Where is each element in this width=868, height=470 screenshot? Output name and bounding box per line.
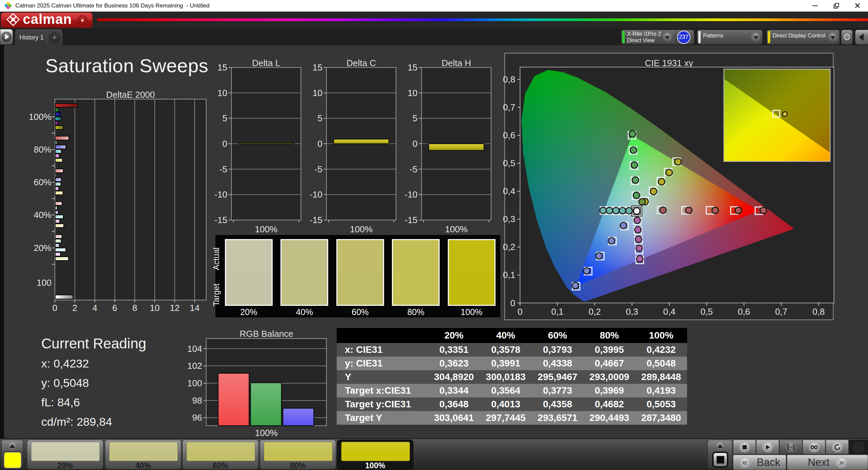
swatch-100% xyxy=(448,239,496,306)
table-cell: 0,5053 xyxy=(635,397,687,411)
swatch-label: 20% xyxy=(225,307,273,317)
calman-menu-button[interactable]: calman ▼ xyxy=(1,12,93,28)
table-cell: 0,4667 xyxy=(583,357,635,370)
target-swatch xyxy=(226,272,272,305)
deltae-bar-red-80% xyxy=(55,136,69,140)
cie-measured-cyan xyxy=(619,207,626,214)
deltae-bar-blue-80% xyxy=(55,145,66,149)
cie-measured-blue xyxy=(572,282,579,289)
axis-label: 96 xyxy=(192,412,202,423)
deltae-bar-blue-60% xyxy=(55,178,61,182)
meter-count-badge[interactable]: 237 xyxy=(677,31,690,44)
session-play-button[interactable] xyxy=(0,29,13,45)
swatch-label: 60% xyxy=(336,307,384,317)
table-col-80%: 80% xyxy=(583,328,635,343)
deltae-bar-cyan-100% xyxy=(55,117,61,121)
patterns-dropdown[interactable]: Patterns xyxy=(697,30,763,45)
row-label: Target x:CIE31 xyxy=(337,384,428,397)
close-button[interactable]: ✕ xyxy=(847,0,868,12)
swatch-20% xyxy=(225,239,273,306)
table-cell: 0,3648 xyxy=(428,397,480,411)
tab-history-1[interactable]: History 1 xyxy=(16,30,48,45)
rgb-balance-chart: 1041021009896100% xyxy=(182,335,341,438)
table-cell: 289,8448 xyxy=(635,370,687,384)
next-button[interactable]: Next » xyxy=(787,455,868,470)
meter-mode: Direct View xyxy=(627,37,661,44)
single-measure-button[interactable] xyxy=(779,440,802,454)
stop-icon xyxy=(717,456,724,464)
display-control-label: Direct Display Control xyxy=(773,32,826,39)
cie-measured-blue xyxy=(608,237,615,244)
deltae-bar-red-60% xyxy=(55,169,63,173)
add-tab-button[interactable]: + xyxy=(49,32,60,43)
title-bar: Calman 2025 Calman Ultimate for Business… xyxy=(0,0,868,12)
cie-measured-red xyxy=(735,207,742,214)
cie-measured-green xyxy=(630,147,637,153)
cie-measured-red xyxy=(685,207,692,214)
pattern-button-40%[interactable]: 40% xyxy=(105,440,181,469)
axis-label: 0 xyxy=(52,303,57,313)
deltae-bar-blue-40% xyxy=(55,210,58,214)
deltae-bar-cyan-60% xyxy=(55,182,61,186)
target-swatch xyxy=(281,272,327,305)
axis-label: 5 xyxy=(223,113,227,123)
meter-dropdown[interactable]: X-Rite i1Pro 2 Direct View 237 xyxy=(621,30,694,45)
play-measure-button[interactable] xyxy=(756,440,779,454)
cie-measured-yellow xyxy=(650,188,657,195)
reading-fl: fL: 84,6 xyxy=(41,396,80,409)
minimize-button[interactable] xyxy=(805,0,826,12)
picker-expand-button[interactable] xyxy=(7,441,17,451)
pattern-button-100%[interactable]: 100% xyxy=(337,440,413,469)
deltae-bar-green-60% xyxy=(55,173,57,177)
axis-label: 10 xyxy=(408,88,417,98)
axis-label: 10 xyxy=(217,88,227,98)
actual-row-label: Actual xyxy=(212,248,221,270)
axis-label: 80% xyxy=(34,144,51,155)
axis-label: 40% xyxy=(34,210,51,220)
session-expand-button[interactable] xyxy=(715,441,725,451)
collapse-toolbar-button[interactable] xyxy=(855,30,868,45)
loop-measure-button[interactable] xyxy=(826,440,849,454)
deltae-bar-blue-100% xyxy=(55,112,61,116)
delta_c-bar xyxy=(334,139,389,144)
actual-swatch xyxy=(449,240,494,272)
pattern-label: 60% xyxy=(183,461,258,470)
calman-logo-icon xyxy=(6,13,20,27)
pattern-color-swatch[interactable] xyxy=(4,452,21,468)
patterns-dropdown-arrow-icon[interactable] xyxy=(751,32,761,42)
meter-dropdown-arrow-icon[interactable] xyxy=(663,32,672,42)
table-col-100%: 100% xyxy=(635,328,687,343)
meter-status-stripe xyxy=(622,31,625,43)
axis-label: 0 xyxy=(413,139,417,149)
axis-label: -15 xyxy=(405,215,417,225)
axis-label: 0,1 xyxy=(551,307,563,317)
continuous-measure-button[interactable] xyxy=(803,440,825,454)
axis-label: 20% xyxy=(34,243,51,253)
back-button[interactable]: « Back xyxy=(733,455,786,470)
stop-measure-button[interactable] xyxy=(733,440,756,454)
pattern-swatch xyxy=(186,442,255,461)
row-label: Target Y xyxy=(337,411,428,425)
cie-white-point-dot xyxy=(634,208,640,214)
table-cell: 0,3995 xyxy=(583,343,635,357)
pattern-label: 20% xyxy=(27,461,103,470)
stop-session-button[interactable] xyxy=(712,452,728,468)
axis-label: 12 xyxy=(170,303,180,313)
restore-button[interactable] xyxy=(826,0,847,12)
axis-label: 0,8 xyxy=(812,307,825,317)
axis-label: -10 xyxy=(309,189,322,200)
table-cell: 293,6571 xyxy=(532,411,583,425)
deltae-bar-magenta-40% xyxy=(55,219,60,223)
table-col-40%: 40% xyxy=(480,328,532,343)
pattern-button-80%[interactable]: 80% xyxy=(260,440,336,469)
table-cell: 0,3344 xyxy=(428,384,480,397)
settings-button[interactable]: ⚙ xyxy=(841,30,853,45)
cie-measured-green xyxy=(631,162,638,168)
display-control-dropdown[interactable]: Direct Display Control xyxy=(766,30,840,45)
pattern-button-60%[interactable]: 60% xyxy=(182,440,259,469)
pattern-button-20%[interactable]: 20% xyxy=(27,440,103,469)
axis-label: 0,5 xyxy=(503,158,515,168)
display-control-dropdown-arrow-icon[interactable] xyxy=(828,32,838,42)
delta_h-bar xyxy=(429,144,484,150)
pattern-swatch xyxy=(109,442,178,461)
